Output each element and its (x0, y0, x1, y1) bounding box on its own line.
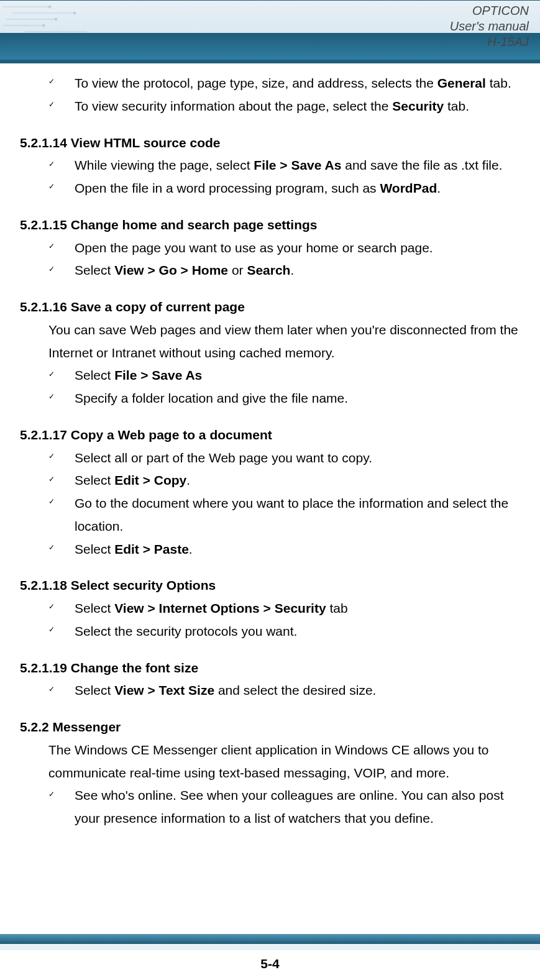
list-item: To view the protocol, page type, size, a… (48, 72, 520, 95)
list-item: Open the page you want to use as your ho… (48, 237, 520, 260)
list-text-bold: Security (392, 99, 444, 113)
list-text-post: tab. (444, 99, 469, 113)
section-heading: 5.2.2 Messenger (20, 716, 520, 739)
section-list: See who's online. See when your colleagu… (48, 784, 520, 830)
list-text-pre: To view the protocol, page type, size, a… (75, 76, 437, 90)
list-item: Select Edit > Paste. (48, 538, 520, 561)
intro-list: To view the protocol, page type, size, a… (48, 72, 520, 118)
section-heading: 5.2.1.15 Change home and search page set… (20, 214, 520, 237)
list-item: Select View > Internet Options > Securit… (48, 597, 520, 620)
list-text-bold: General (437, 76, 486, 90)
list-text-post: . (186, 473, 190, 487)
list-text-post: . (189, 542, 193, 556)
list-text-pre: Select (75, 473, 114, 487)
header-line-2: User's manual (450, 19, 529, 34)
list-item: Specify a folder location and give the f… (48, 387, 520, 410)
document-page: OPTICON User's manual H-15AJ To view the… (0, 0, 540, 980)
list-text-bold: View > Text Size (114, 683, 214, 697)
list-text-pre: Select (75, 601, 114, 615)
header-band: OPTICON User's manual H-15AJ (0, 0, 540, 60)
list-item: While viewing the page, select File > Sa… (48, 154, 520, 177)
section-list: While viewing the page, select File > Sa… (48, 154, 520, 200)
header-text-block: OPTICON User's manual H-15AJ (450, 3, 529, 50)
list-text-bold: Edit > Copy (114, 473, 186, 487)
list-item: Select the security protocols you want. (48, 620, 520, 643)
list-text-post2: . (290, 263, 294, 277)
content-area: To view the protocol, page type, size, a… (0, 63, 540, 830)
list-item: See who's online. See when your colleagu… (48, 784, 520, 830)
list-text-bold: Edit > Paste (114, 542, 189, 556)
footer-band (0, 934, 540, 950)
list-text-pre: While viewing the page, select (75, 158, 254, 172)
header-decorative-circuit (0, 1, 174, 35)
list-text-post: and select the desired size. (214, 683, 376, 697)
section-list: Select View > Text Size and select the d… (48, 679, 520, 702)
svg-point-2 (55, 18, 57, 21)
list-item: To view security information about the p… (48, 95, 520, 118)
svg-point-0 (48, 6, 51, 8)
section-heading: 5.2.1.14 View HTML source code (20, 132, 520, 155)
svg-point-3 (42, 24, 45, 27)
list-item: Go to the document where you want to pla… (48, 492, 520, 538)
list-item: Select all or part of the Web page you w… (48, 447, 520, 470)
section-list: Select File > Save As Specify a folder l… (48, 364, 520, 410)
list-text-bold: WordPad (380, 181, 437, 195)
list-text-bold2: Search (247, 263, 290, 277)
list-text-pre: Select the security protocols you want. (75, 624, 297, 638)
list-text-pre: Open the file in a word processing progr… (75, 181, 380, 195)
section-heading: 5.2.1.19 Change the font size (20, 657, 520, 680)
section-heading: 5.2.1.17 Copy a Web page to a document (20, 424, 520, 447)
section-paragraph: You can save Web pages and view them lat… (48, 319, 520, 365)
list-text-pre: Specify a folder location and give the f… (75, 391, 348, 405)
section-paragraph: The Windows CE Messenger client applicat… (48, 739, 520, 785)
list-text-bold: View > Go > Home (114, 263, 228, 277)
page-number: 5-4 (0, 950, 540, 980)
list-text-bold: View > Internet Options > Security (114, 601, 326, 615)
list-text-pre: Select all or part of the Web page you w… (75, 451, 372, 465)
section-list: Select all or part of the Web page you w… (48, 447, 520, 561)
list-text-post: tab. (486, 76, 511, 90)
footer: 5-4 (0, 934, 540, 980)
list-text-pre: Go to the document where you want to pla… (75, 496, 508, 533)
list-text-post: and save the file as .txt file. (341, 158, 502, 172)
header-line-1: OPTICON (450, 3, 529, 19)
header-line-3: H-15AJ (450, 34, 529, 50)
section-list: Open the page you want to use as your ho… (48, 237, 520, 283)
list-text-pre: Open the page you want to use as your ho… (75, 240, 433, 255)
list-text-bold: File > Save As (254, 158, 341, 172)
list-item: Select Edit > Copy. (48, 469, 520, 492)
list-text-pre: To view security information about the p… (75, 99, 392, 113)
list-text-post: . (437, 181, 441, 195)
list-item: Select File > Save As (48, 364, 520, 387)
svg-point-1 (73, 12, 76, 14)
list-text-pre: Select (75, 368, 114, 382)
list-text-bold: File > Save As (114, 368, 202, 382)
list-text-pre: Select (75, 683, 114, 697)
section-heading: 5.2.1.16 Save a copy of current page (20, 296, 520, 319)
section-heading: 5.2.1.18 Select security Options (20, 574, 520, 597)
list-item: Select View > Text Size and select the d… (48, 679, 520, 702)
section-list: Select View > Internet Options > Securit… (48, 597, 520, 643)
list-text-pre: Select (75, 263, 114, 277)
list-item: Open the file in a word processing progr… (48, 177, 520, 200)
list-item: Select View > Go > Home or Search. (48, 259, 520, 282)
list-text-pre: See who's online. See when your colleagu… (75, 788, 504, 825)
list-text-post: or (228, 263, 247, 277)
list-text-pre: Select (75, 542, 114, 556)
list-text-post: tab (326, 601, 348, 615)
